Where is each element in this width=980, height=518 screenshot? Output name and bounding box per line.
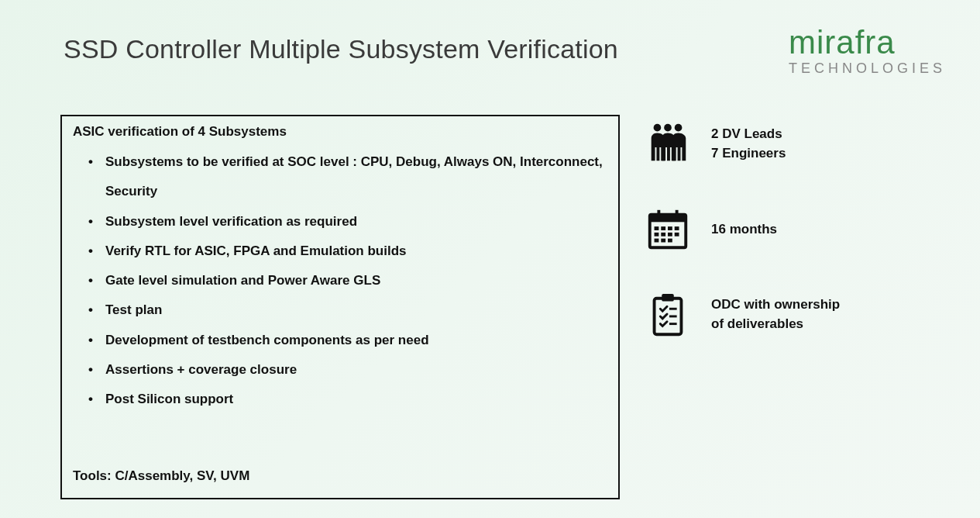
svg-point-2: [675, 124, 683, 132]
list-item: Gate level simulation and Power Aware GL…: [105, 266, 607, 295]
team-icon: [641, 118, 694, 171]
svg-point-1: [664, 124, 672, 132]
svg-point-0: [654, 124, 662, 132]
svg-rect-19: [662, 294, 674, 302]
svg-rect-18: [655, 299, 682, 335]
tools-line: Tools: C/Assembly, SV, UVM: [73, 468, 249, 484]
deliverables-line1: ODC with ownership: [711, 295, 840, 315]
list-item: Assertions + coverage closure: [105, 355, 607, 385]
svg-rect-14: [675, 233, 679, 237]
svg-rect-10: [675, 226, 679, 230]
content-box: ASIC verification of 4 Subsystems Subsys…: [60, 115, 620, 499]
tools-value: C/Assembly, SV, UVM: [115, 468, 249, 483]
side-item-deliverables: ODC with ownership of deliverables: [641, 288, 936, 341]
svg-rect-4: [650, 215, 686, 223]
tools-label: Tools:: [73, 468, 115, 483]
page-title: SSD Controller Multiple Subsystem Verifi…: [64, 34, 618, 64]
svg-rect-12: [661, 233, 665, 237]
svg-rect-15: [655, 239, 659, 243]
deliverables-line2: of deliverables: [711, 315, 840, 334]
list-item: Post Silicon support: [105, 385, 607, 414]
svg-rect-11: [655, 233, 659, 237]
side-text-deliverables: ODC with ownership of deliverables: [711, 295, 840, 333]
bullet-list: Subsystems to be verified at SOC level :…: [73, 147, 607, 414]
logo-main: mirafra: [789, 26, 946, 59]
logo: mirafra TECHNOLOGIES: [789, 26, 946, 77]
svg-rect-6: [676, 210, 679, 218]
calendar-icon: [641, 203, 694, 256]
svg-rect-7: [655, 226, 659, 230]
team-line1: 2 DV Leads: [711, 125, 786, 144]
list-item: Subsystems to be verified at SOC level :…: [105, 147, 607, 207]
side-item-duration: 16 months: [641, 203, 936, 256]
team-line2: 7 Engineers: [711, 144, 786, 164]
list-item: Test plan: [105, 295, 607, 325]
box-heading: ASIC verification of 4 Subsystems: [73, 124, 607, 140]
svg-rect-17: [668, 239, 672, 243]
svg-rect-8: [661, 226, 665, 230]
svg-rect-5: [657, 210, 660, 218]
sidebar: 2 DV Leads 7 Engineers: [641, 118, 936, 374]
svg-rect-9: [668, 226, 672, 230]
logo-sub: TECHNOLOGIES: [789, 60, 946, 77]
side-text-team: 2 DV Leads 7 Engineers: [711, 125, 786, 163]
clipboard-icon: [641, 288, 694, 341]
side-text-duration: 16 months: [711, 220, 777, 240]
list-item: Subsystem level verification as required: [105, 207, 607, 237]
list-item: Verify RTL for ASIC, FPGA and Emulation …: [105, 237, 607, 266]
svg-rect-13: [668, 233, 672, 237]
list-item: Development of testbench components as p…: [105, 326, 607, 355]
side-item-team: 2 DV Leads 7 Engineers: [641, 118, 936, 171]
svg-rect-16: [661, 239, 665, 243]
